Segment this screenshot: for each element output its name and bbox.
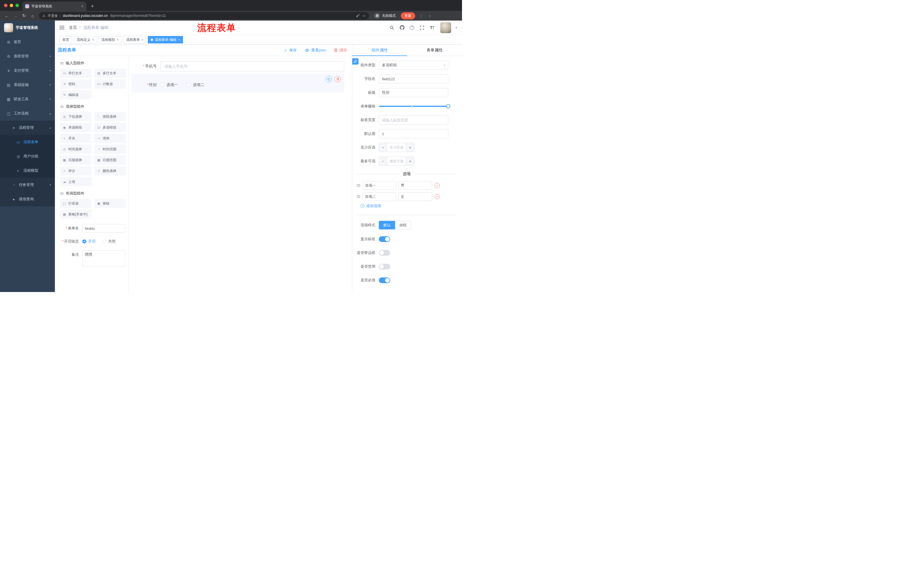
avatar-caret-icon[interactable]: ▾ — [455, 26, 457, 29]
browser-update-button[interactable]: 更新 — [401, 12, 415, 20]
user-avatar[interactable] — [440, 22, 451, 33]
sidebar-item-process-mgmt[interactable]: ≡ 流程管理 ▴ — [0, 120, 55, 135]
zoom-window-button[interactable] — [15, 4, 19, 7]
palette-item-radio-group[interactable]: ◉单选框组 — [60, 123, 91, 132]
palette-item-dropdown[interactable]: ◎下拉选择 — [60, 112, 91, 121]
github-icon[interactable] — [399, 25, 405, 31]
required-switch[interactable] — [379, 277, 390, 283]
palette-item-rate[interactable]: ☆评分 — [60, 166, 91, 175]
increase-icon[interactable]: + — [406, 143, 414, 152]
option-value-input[interactable] — [398, 181, 432, 190]
help-icon[interactable]: ? — [409, 25, 415, 31]
form-remark-textarea[interactable]: 嘿嘿 — [82, 250, 125, 267]
component-type-select[interactable]: 多选框组 ▾ — [379, 61, 448, 70]
close-icon[interactable]: × — [178, 38, 180, 41]
form-grid-slider[interactable] — [379, 102, 448, 111]
palette-item-date-picker[interactable]: ▦日期选择 — [60, 155, 91, 165]
palette-item-date-range[interactable]: ▩日期范围 — [94, 155, 126, 165]
min-select-input[interactable] — [387, 143, 406, 152]
delete-field-icon[interactable] — [335, 76, 341, 82]
sidebar-item-user-group[interactable]: ◎ 用户分组 — [0, 149, 55, 163]
palette-item-slider[interactable]: ⊸滑块 — [94, 134, 126, 143]
sidebar-item-process-model[interactable]: ◐ 流程模型 — [0, 163, 55, 178]
sidebar-item-leave-query[interactable]: ● 请假查询 — [0, 192, 55, 206]
fullscreen-icon[interactable] — [419, 25, 425, 31]
palette-item-time-range[interactable]: ◔时间范围 — [94, 145, 126, 154]
clear-button[interactable]: 清空 — [334, 48, 347, 53]
status-off-radio[interactable]: 关闭 — [102, 237, 116, 246]
increase-icon[interactable]: + — [406, 157, 414, 165]
border-switch[interactable] — [379, 250, 390, 256]
sidebar-item-task-mgmt[interactable]: ◔ 任务管理 ▾ — [0, 178, 55, 192]
sidebar-fold-icon[interactable] — [59, 25, 64, 30]
palette-item-time-picker[interactable]: ◷时间选择 — [60, 145, 91, 154]
sidebar-item-payment-mgmt[interactable]: ¥ 支付管理 ▾ — [0, 63, 55, 78]
close-icon[interactable]: × — [117, 38, 118, 41]
field-name-input[interactable] — [379, 74, 448, 84]
add-option-button[interactable]: + 添加选项 — [361, 204, 448, 209]
form-name-input[interactable] — [82, 224, 125, 233]
drag-handle-icon[interactable] — [356, 195, 361, 198]
tab-component-props[interactable]: 组件属性 — [352, 44, 407, 56]
tab-home[interactable]: 首页 — [59, 36, 72, 43]
palette-item-upload[interactable]: ☁上传 — [60, 177, 91, 186]
status-on-radio[interactable]: 开启 — [82, 237, 96, 246]
forward-icon[interactable]: → — [12, 13, 19, 18]
disabled-switch[interactable] — [379, 264, 390, 270]
palette-item-cascader[interactable]: ⋱级联选择 — [94, 112, 126, 121]
default-value-input[interactable] — [379, 129, 448, 138]
tab-process-form[interactable]: 流程表单 × — [123, 36, 146, 43]
remove-option-icon[interactable]: − — [434, 194, 440, 199]
style-default-button[interactable]: 默认 — [379, 221, 395, 229]
tab-close-icon[interactable]: × — [81, 4, 84, 8]
label-width-input[interactable] — [379, 115, 448, 125]
palette-item-single-text[interactable]: ▭单行文本 — [60, 69, 91, 78]
sidebar-item-workflow[interactable]: ◫ 工作流程 ▴ — [0, 106, 55, 120]
tab-form-props[interactable]: 表单属性 — [407, 44, 462, 56]
palette-item-table[interactable]: ▦表格[开发中] — [60, 210, 91, 219]
toolbar-chevron-icon[interactable]: ∨ — [429, 14, 431, 17]
option-label-input[interactable] — [363, 181, 396, 190]
close-icon[interactable]: × — [92, 38, 94, 41]
sidebar-item-home[interactable]: ⊞ 首页 — [0, 35, 55, 49]
sidebar-item-process-form[interactable]: ▭ 流程表单 — [0, 135, 55, 149]
tab-process-definition[interactable]: 流程定义 × — [74, 36, 97, 43]
palette-item-editor[interactable]: ✎编辑器 — [60, 90, 91, 99]
option-label-input[interactable] — [363, 192, 396, 201]
tab-process-model[interactable]: 流程模型 × — [98, 36, 121, 43]
breadcrumb-home[interactable]: 首页 — [69, 25, 77, 30]
palette-item-button[interactable]: ▣按钮 — [94, 199, 126, 208]
title-input[interactable] — [379, 88, 448, 97]
browser-tab[interactable]: 芋道管理系统 × — [22, 2, 86, 11]
tab-process-form-edit[interactable]: 流程表单-编辑 × — [148, 36, 183, 43]
form-canvas[interactable]: *手机号 — [129, 56, 352, 292]
max-select-input[interactable] — [387, 157, 406, 165]
palette-item-switch[interactable]: ◐开关 — [60, 134, 91, 143]
sidebar-item-infrastructure[interactable]: ▤ 基础设施 ▾ — [0, 78, 55, 92]
view-json-button[interactable]: 查看json — [305, 48, 326, 53]
bookmark-star-icon[interactable]: ☆ — [362, 14, 366, 18]
gender-option1-checkbox[interactable]: 选项一 — [160, 82, 178, 87]
home-icon[interactable]: ⌂ — [29, 13, 36, 18]
palette-item-counter[interactable]: 123计数器 — [94, 79, 126, 89]
close-window-button[interactable] — [4, 4, 7, 7]
palette-item-row-container[interactable]: ▢行容器 — [60, 199, 91, 208]
reload-icon[interactable]: ↻ — [21, 13, 28, 18]
link-affix-icon[interactable] — [352, 58, 358, 64]
gender-option2-checkbox[interactable]: 选项二 — [187, 82, 205, 87]
option-value-input[interactable] — [398, 192, 432, 201]
decrease-icon[interactable]: − — [379, 157, 387, 165]
palette-item-multi-text[interactable]: ▤多行文本 — [94, 69, 126, 78]
font-size-icon[interactable]: TT — [429, 25, 435, 31]
sidebar-item-dev-tools[interactable]: ▦ 研发工具 ▾ — [0, 92, 55, 106]
copy-field-icon[interactable] — [326, 76, 332, 82]
drag-handle-icon[interactable] — [356, 184, 361, 187]
remove-option-icon[interactable]: − — [434, 183, 440, 188]
macos-window-controls[interactable] — [4, 4, 19, 7]
palette-item-password[interactable]: ✳密码 — [60, 79, 91, 89]
field-phone[interactable]: *手机号 — [132, 61, 344, 71]
show-label-switch[interactable] — [379, 236, 390, 242]
brand[interactable]: 芋道管理系统 — [0, 21, 55, 35]
phone-input[interactable] — [160, 61, 344, 71]
close-icon[interactable]: × — [142, 38, 143, 41]
